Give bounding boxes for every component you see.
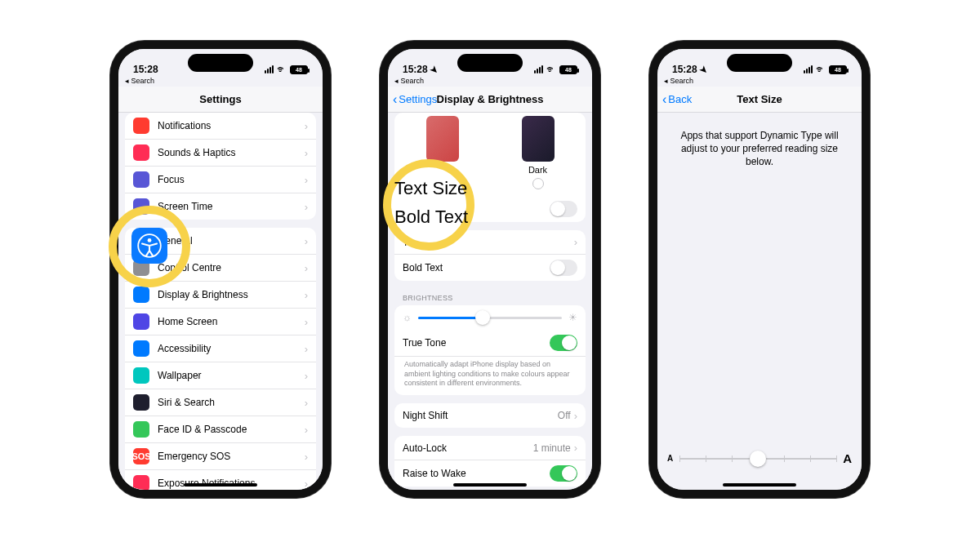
appearance-dark[interactable]: Dark <box>522 116 555 189</box>
night-shift-group: Night Shift Off › <box>394 403 586 428</box>
row-exposure[interactable]: Exposure Notifications› <box>125 470 316 490</box>
brightness-header: BRIGHTNESS <box>388 289 592 304</box>
status-time: 15:28 <box>403 64 428 75</box>
sounds-haptics-icon <box>133 144 149 161</box>
signal-icon <box>265 65 274 73</box>
breadcrumb-search[interactable]: ◂ Search <box>388 77 592 87</box>
row-true-tone[interactable]: True Tone <box>394 330 586 357</box>
status-time: 15:28 <box>133 64 158 75</box>
phone-settings: 15:28 ᯤ 48 ◂ Search Settings Notificatio… <box>110 41 331 498</box>
row-siri-search[interactable]: Siri & Search› <box>125 389 316 416</box>
text-size-slider[interactable]: A A <box>667 451 852 465</box>
brightness-slider[interactable]: ☼ ☀ <box>394 305 586 330</box>
row-faceid[interactable]: Face ID & Passcode› <box>125 416 316 443</box>
row-bold-text[interactable]: Bold Text <box>394 255 586 281</box>
row-screen-time[interactable]: Screen Time› <box>125 193 316 220</box>
row-home-screen[interactable]: Home Screen› <box>125 309 316 335</box>
chevron-left-icon: ‹ <box>393 93 397 106</box>
faceid-icon <box>133 421 149 438</box>
row-label: Notifications <box>158 120 305 131</box>
battery-icon: 48 <box>290 65 308 74</box>
navbar-display: ‹Settings Display & Brightness <box>388 87 592 113</box>
sun-high-icon: ☀ <box>568 312 577 323</box>
focus-icon <box>133 171 149 188</box>
chevron-right-icon: › <box>305 451 308 463</box>
toggle-raise-to-wake[interactable] <box>550 465 577 482</box>
status-time: 15:28 <box>672 64 697 75</box>
chevron-right-icon: › <box>305 478 308 490</box>
row-label: Wallpaper <box>158 370 305 381</box>
row-text-size[interactable]: Text Size › <box>394 230 586 255</box>
row-label: Screen Time <box>158 201 305 212</box>
row-label: Sounds & Haptics <box>158 147 305 158</box>
chevron-right-icon: › <box>574 442 577 454</box>
battery-icon: 48 <box>829 65 847 74</box>
home-screen-icon <box>133 313 149 330</box>
toggle-bold-text[interactable] <box>550 260 577 276</box>
home-indicator[interactable] <box>453 483 527 487</box>
row-label: Face ID & Passcode <box>158 424 305 435</box>
row-label: Siri & Search <box>158 397 305 408</box>
toggle-automatic[interactable] <box>550 201 577 217</box>
home-indicator[interactable] <box>184 483 257 487</box>
chevron-right-icon: › <box>305 370 308 382</box>
navbar-settings: Settings <box>118 87 323 113</box>
sun-low-icon: ☼ <box>403 312 412 323</box>
row-sos[interactable]: SOSEmergency SOS› <box>125 443 316 470</box>
sos-icon: SOS <box>133 448 149 464</box>
appearance-light[interactable]: Light <box>426 116 459 189</box>
chevron-right-icon: › <box>305 289 308 301</box>
dark-thumb-icon <box>522 116 555 162</box>
breadcrumb-search[interactable]: ◂ Search <box>657 77 862 87</box>
phone-text-size: 15:28➤ ᯤ 48 ◂ Search ‹Back Text Size App… <box>649 41 870 498</box>
row-notifications[interactable]: Notifications› <box>125 113 316 140</box>
breadcrumb-search[interactable]: ◂ Search <box>118 77 323 87</box>
settings-group-2: General›Control Centre›Display & Brightn… <box>125 228 316 490</box>
home-indicator[interactable] <box>723 483 796 487</box>
chevron-right-icon: › <box>305 201 308 213</box>
toggle-true-tone[interactable] <box>550 335 577 351</box>
chevron-right-icon: › <box>305 174 308 186</box>
radio-selected-icon <box>437 178 448 189</box>
row-display-brightness[interactable]: Display & Brightness› <box>125 282 316 309</box>
small-a-icon: A <box>667 454 673 463</box>
page-title: Display & Brightness <box>437 93 544 105</box>
row-focus[interactable]: Focus› <box>125 167 316 193</box>
row-auto-lock[interactable]: Auto-Lock 1 minute › <box>394 436 586 460</box>
row-accessibility[interactable]: Accessibility› <box>125 335 316 362</box>
back-button[interactable]: ‹Back <box>662 93 692 106</box>
location-icon: ➤ <box>697 63 710 76</box>
lock-group: Auto-Lock 1 minute › Raise to Wake <box>394 436 586 487</box>
accessibility-app-icon <box>131 228 167 264</box>
wifi-icon: ᯤ <box>816 64 826 75</box>
dynamic-type-help: Apps that support Dynamic Type will adju… <box>657 113 862 185</box>
exposure-icon <box>133 475 149 490</box>
chevron-right-icon: › <box>574 236 577 248</box>
location-icon: ➤ <box>427 63 440 76</box>
row-label: Focus <box>158 174 305 185</box>
back-button[interactable]: ‹Settings <box>393 93 437 106</box>
row-wallpaper[interactable]: Wallpaper› <box>125 362 316 389</box>
chevron-right-icon: › <box>305 397 308 409</box>
chevron-right-icon: › <box>305 316 308 328</box>
row-label: Accessibility <box>158 343 305 354</box>
chevron-right-icon: › <box>305 262 308 274</box>
slider-knob[interactable] <box>475 310 490 325</box>
slider-knob[interactable] <box>750 451 766 467</box>
wallpaper-icon <box>133 367 149 384</box>
svg-point-1 <box>148 238 152 242</box>
text-group: Text Size › Bold Text <box>394 230 586 281</box>
row-label: Display & Brightness <box>158 289 305 300</box>
light-thumb-icon <box>426 116 459 162</box>
screen-time-icon <box>133 198 149 215</box>
row-night-shift[interactable]: Night Shift Off › <box>394 403 586 428</box>
row-sounds-haptics[interactable]: Sounds & Haptics› <box>125 140 316 167</box>
chevron-right-icon: › <box>305 120 308 132</box>
chevron-right-icon: › <box>305 343 308 355</box>
chevron-right-icon: › <box>305 147 308 159</box>
chevron-right-icon: › <box>574 410 577 422</box>
chevron-right-icon: › <box>305 424 308 436</box>
settings-group-1: Notifications›Sounds & Haptics›Focus›Scr… <box>125 113 316 220</box>
row-automatic[interactable]: Automatic <box>394 196 586 222</box>
brightness-group: ☼ ☀ True Tone Automatically adapt iPhone… <box>394 305 586 395</box>
